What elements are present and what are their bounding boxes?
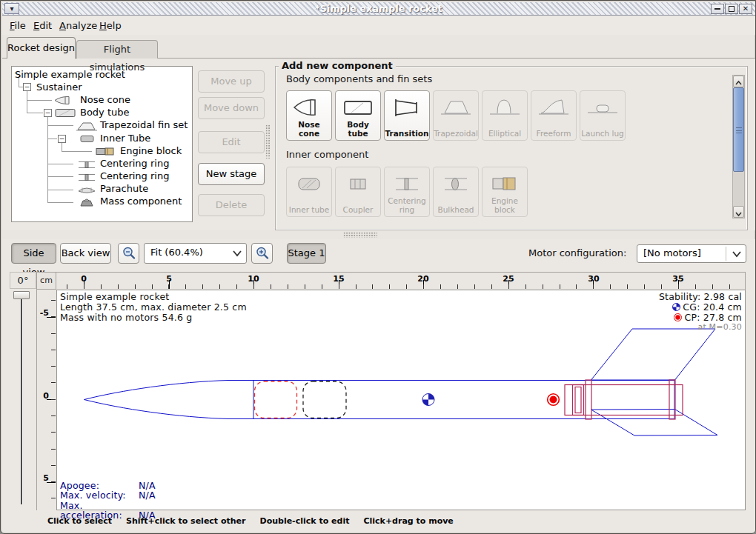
delete-button[interactable]: Delete (198, 194, 265, 216)
menu-file[interactable]: File (7, 19, 29, 33)
back-view-button[interactable]: Back view (60, 243, 111, 264)
move-up-button[interactable]: Move up (198, 70, 265, 93)
chevron-down-icon (735, 210, 743, 218)
add-engine-block-button[interactable]: Engine block (482, 167, 528, 217)
vertical-splitter-handle[interactable] (265, 124, 271, 158)
ruler-tick-label: 0 (43, 391, 49, 401)
rocket-name: Simple example rocket (60, 292, 247, 302)
button-label: Transition (385, 129, 429, 138)
edit-button[interactable]: Edit (198, 131, 265, 153)
button-label: Launch lug (580, 129, 625, 138)
zoom-level-combo[interactable]: Fit (60.4%) (144, 243, 247, 264)
centering-ring-icon (75, 173, 99, 182)
motor-configuration-value: [No motors] (643, 247, 701, 258)
ruler-tick-label: 5 (166, 274, 172, 284)
tree-item-inner-tube[interactable]: Inner Tube (100, 133, 150, 144)
menu-analyze[interactable]: Analyze (56, 19, 100, 33)
tree-item-body-tube[interactable]: Body tube (80, 107, 130, 118)
fin-set-icon (75, 121, 99, 131)
add-inner-tube-button[interactable]: Inner tube (286, 167, 332, 217)
tab-rocket-design[interactable]: Rocket design (7, 37, 76, 59)
chevron-down-icon (732, 250, 742, 258)
menu-bar: File Edit Analyze Help (2, 16, 755, 35)
cp-value: CP: 27.8 cm (684, 312, 742, 323)
add-body-tube-button[interactable]: Body tube (335, 90, 381, 141)
add-centering-ring-button[interactable]: Centering ring (384, 167, 430, 217)
tree-item-fin-set[interactable]: Trapezoidal fin set (100, 119, 188, 130)
status-bar: Click to selectShift+click to select oth… (47, 516, 468, 526)
zoom-in-button[interactable] (251, 243, 273, 264)
maximize-button[interactable] (725, 4, 738, 14)
trapezoidal-fin-icon (439, 96, 473, 119)
title-bar[interactable]: ▾ *Simple example rocket ✕ (2, 2, 755, 16)
motor-configuration-label: Motor configuration: (528, 247, 626, 258)
tree-item-sustainer[interactable]: Sustainer (36, 81, 82, 93)
hint-drag: Click+drag to move (363, 516, 453, 526)
nose-cone-icon (53, 96, 77, 105)
rocket-info: Simple example rocket Length 37.5 cm, ma… (60, 292, 247, 322)
button-label: Trapezoidal (434, 129, 478, 138)
scrollbar-thumb[interactable] (733, 87, 744, 172)
cg-icon (672, 303, 680, 311)
zoom-in-icon (255, 246, 270, 261)
expander-body-tube[interactable]: − (44, 109, 52, 117)
horizontal-splitter-handle[interactable] (343, 232, 377, 238)
stability-value: Stability: 2.98 cal (659, 292, 742, 302)
new-stage-button[interactable]: New stage (198, 163, 265, 185)
zoom-out-button[interactable] (118, 243, 139, 264)
ruler-tick-label: 35 (672, 274, 683, 284)
rotation-slider-thumb[interactable] (13, 291, 30, 299)
side-view-button[interactable]: Side view (11, 243, 56, 264)
nose-cone-icon (292, 96, 326, 119)
add-freeform-button[interactable]: Freeform (531, 90, 577, 141)
rocket-canvas[interactable]: Simple example rocket Length 37.5 cm, ma… (56, 290, 746, 510)
scroll-up-button[interactable] (733, 76, 744, 87)
ruler-tick-label: 30 (588, 274, 599, 284)
close-button[interactable]: ✕ (739, 4, 752, 14)
tree-item-engine-block[interactable]: Engine block (120, 145, 182, 156)
motor-configuration-combo[interactable]: [No motors] (637, 244, 746, 263)
tree-item-mass-component[interactable]: Mass component (100, 196, 182, 207)
tree-item-centering-ring-2[interactable]: Centering ring (100, 170, 169, 181)
button-label: Coupler (336, 205, 380, 214)
button-label: Freeform (531, 129, 576, 138)
move-down-button[interactable]: Move down (198, 97, 265, 119)
expander-sustainer[interactable]: − (23, 83, 31, 91)
tab-flight-simulations[interactable]: Flight simulations (76, 40, 158, 59)
add-elliptical-button[interactable]: Elliptical (482, 90, 528, 141)
component-tree[interactable]: Simple example rocket − Sustainer Nose c… (11, 66, 193, 222)
ruler-unit-label: cm (36, 272, 56, 290)
cp-icon (674, 313, 682, 321)
menu-help[interactable]: Help (96, 19, 125, 33)
engine-block-icon (488, 172, 522, 196)
rotation-slider-track[interactable] (21, 297, 22, 504)
engine-block-icon (93, 147, 117, 156)
scroll-down-button[interactable] (733, 206, 744, 218)
minimize-button[interactable] (711, 4, 724, 14)
tree-item-parachute[interactable]: Parachute (100, 183, 148, 194)
add-trapezoidal-button[interactable]: Trapezoidal (433, 90, 479, 141)
chevron-down-icon (232, 250, 242, 257)
menu-edit[interactable]: Edit (30, 19, 55, 33)
add-transition-button[interactable]: Transition (384, 90, 430, 141)
tree-item-nose-cone[interactable]: Nose cone (80, 94, 130, 105)
button-label: Engine block (483, 196, 527, 214)
add-coupler-button[interactable]: Coupler (335, 167, 381, 217)
hint-click-select: Click to select (47, 516, 112, 526)
button-label: Nose cone (287, 120, 331, 138)
add-nose-cone-button[interactable]: Nose cone (286, 90, 332, 141)
component-scrollbar[interactable] (732, 75, 745, 218)
chevron-up-icon (735, 79, 743, 87)
mach-condition: at M=0.30 (659, 322, 742, 333)
stability-info: Stability: 2.98 cal CG: 20.4 cm CP: 27.8… (659, 292, 742, 333)
button-label: Centering ring (385, 196, 429, 214)
ruler-tick-label: 0 (81, 274, 87, 284)
vertical-ruler: -5 0 5 (36, 290, 56, 510)
maximize-icon (729, 6, 735, 12)
stage-1-toggle[interactable]: Stage 1 (287, 243, 326, 264)
inner-tube-icon (75, 134, 99, 144)
tree-item-centering-ring-1[interactable]: Centering ring (100, 158, 169, 169)
add-launch-lug-button[interactable]: Launch lug (580, 90, 626, 141)
expander-inner-tube[interactable]: − (58, 135, 66, 143)
add-bulkhead-button[interactable]: Bulkhead (433, 167, 479, 217)
